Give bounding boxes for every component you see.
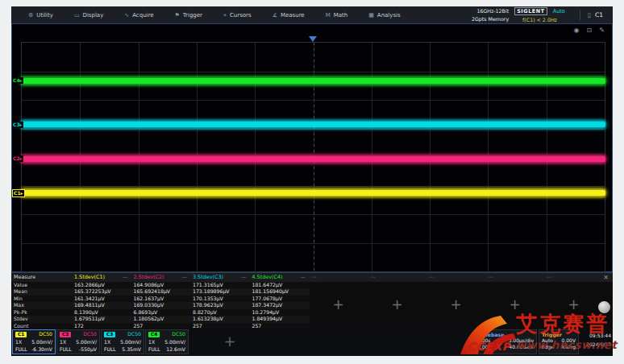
- measure-value: 10.2794µV: [252, 309, 280, 316]
- measure-slot-menu[interactable]: ⋯: [429, 273, 435, 282]
- divider: [580, 10, 580, 20]
- measure-value: 161.3421µV: [74, 296, 105, 302]
- trace-c1[interactable]: [21, 190, 605, 196]
- timebase-box[interactable]: Timebase 0.00s 5.00µs/div 2.00Mpts 40.0G…: [474, 329, 537, 354]
- menu-item-label: Acquire: [132, 12, 153, 19]
- channel-box-row: 1X5.00mV/: [148, 340, 185, 345]
- menu-item-label: Trigger: [183, 12, 202, 19]
- channel-offset-marker-c1[interactable]: C1▸: [12, 189, 25, 197]
- measure-corner-label: Measure: [14, 273, 35, 282]
- timebase-title: Timebase: [477, 332, 534, 337]
- channel-box-c3[interactable]: C3DC501X5.00mV/FULL5.35mV: [101, 329, 144, 354]
- add-measurement-button[interactable]: +: [544, 298, 603, 312]
- measure-value: 163.2866µV: [74, 282, 105, 288]
- channel-offset: 12.6mV: [166, 347, 185, 352]
- channel-offset-marker-c4[interactable]: C4▸: [12, 77, 23, 84]
- camera-icon[interactable]: ◉: [574, 27, 580, 34]
- menu-item-label: Display: [83, 12, 104, 19]
- measure-value: 169.4811µV: [74, 302, 105, 308]
- close-measure-button[interactable]: ×: [602, 274, 609, 281]
- expand-icon[interactable]: ⊡: [587, 27, 593, 34]
- menu-item-analysis[interactable]: ▦Analysis: [358, 6, 410, 23]
- menu-item-measure[interactable]: ∡Measure: [262, 6, 315, 23]
- channel-offset-marker-c2[interactable]: C2▸: [12, 155, 23, 162]
- add-measurement-button[interactable]: +: [368, 298, 426, 312]
- measure-column-header[interactable]: 1.Stdev(C1): [74, 273, 105, 282]
- channel-box-c4[interactable]: C4DC501X5.00mV/FULL12.6mV: [145, 329, 189, 354]
- remove-measure-icon[interactable]: —: [182, 273, 187, 282]
- measure-value: 181.6472µV: [252, 282, 283, 288]
- measure-row: Mean165.372253µV165.692418µV173.189896µV…: [11, 288, 310, 295]
- channel-offset: -6.30mV: [31, 347, 52, 352]
- channel-box-row: FULL-550µV: [60, 347, 97, 352]
- channel-scale: 5.00mV/: [120, 340, 141, 345]
- measure-row-label: Max: [14, 302, 24, 308]
- annotate-icon[interactable]: ✎: [599, 27, 605, 34]
- display-icon: ▭: [74, 12, 80, 19]
- trace-c4[interactable]: [21, 78, 605, 84]
- menu-item-label: Measure: [281, 12, 305, 19]
- channel-attenuation: 1X: [15, 340, 22, 345]
- measure-value: 8.1390µV: [74, 309, 98, 316]
- measure-value: 171.3165µV: [193, 282, 223, 288]
- measure-row-label: Pk-Pk: [14, 309, 27, 316]
- display-toolbar: ◉⊡✎: [574, 27, 605, 34]
- measure-value: 1.180562µV: [134, 316, 164, 322]
- menu-item-acquire[interactable]: ∿Acquire: [114, 6, 164, 23]
- menu-item-display[interactable]: ▭Display: [64, 6, 114, 23]
- measure-column-header[interactable]: 4.Stdev(C4): [252, 273, 283, 282]
- acquisition-line2: 2Gpts Memory: [472, 15, 509, 23]
- trigger-box[interactable]: Trigger Auto 0.00V Edge Rising: [539, 329, 579, 354]
- channel-bandwidth: FULL: [60, 347, 72, 352]
- add-channel-button[interactable]: +: [219, 333, 240, 350]
- channel-box-row: 1X5.00mV/: [60, 340, 97, 345]
- menu-item-trigger[interactable]: ⚑Trigger: [164, 6, 213, 23]
- trace-c3[interactable]: [21, 122, 605, 127]
- menu-item-cursors[interactable]: ⌖Cursors: [213, 6, 262, 23]
- measure-value: 8.8270µV: [193, 309, 217, 316]
- measure-panel: Measure1.Stdev(C1)—2.Stdev(C2)—3.Stdev(C…: [11, 272, 613, 329]
- measure-row-label: Mean: [14, 288, 27, 295]
- channel-coupling: DC50: [127, 332, 141, 337]
- menu-item-math[interactable]: MMath: [315, 6, 359, 23]
- channel-bandwidth: FULL: [148, 347, 160, 352]
- add-measurement-button[interactable]: +: [485, 298, 544, 312]
- active-source-label[interactable]: C1: [595, 11, 603, 19]
- trace-c2[interactable]: [21, 156, 605, 162]
- gridline-horizontal: [22, 243, 605, 244]
- siglent-logo: SIGLENT: [514, 7, 547, 15]
- channel-scale: 5.00mV/: [164, 340, 185, 345]
- measure-value: 170.1353µV: [193, 296, 223, 302]
- measure-column-header[interactable]: 3.Stdev(C3): [193, 273, 223, 282]
- menu-item-label: Analysis: [377, 12, 401, 19]
- clock-time: 09:53:44: [580, 332, 611, 341]
- add-measurement-button[interactable]: +: [426, 298, 485, 312]
- channel-box-c1[interactable]: C1DC501X5.00mV/FULL-6.30mV: [12, 329, 56, 354]
- remove-measure-icon[interactable]: —: [123, 273, 127, 282]
- channel-coupling: DC50: [39, 332, 52, 337]
- add-measurement-button[interactable]: +: [309, 298, 368, 312]
- measure-value: 164.9086µV: [134, 282, 164, 288]
- remove-measure-icon[interactable]: —: [301, 273, 306, 282]
- remove-measure-icon[interactable]: —: [241, 273, 246, 282]
- waveform-display[interactable]: ◉⊡✎ C4▸C3▸C2▸C1▸: [11, 23, 613, 272]
- trigger-position-marker[interactable]: [309, 36, 317, 42]
- clock-date: 2024/9/23: [580, 341, 611, 350]
- acquisition-line1: 16GHz-12Bit: [472, 7, 509, 15]
- channel-offset-marker-c3[interactable]: C3▸: [12, 122, 23, 128]
- measure-slot-menu[interactable]: ⋯: [488, 273, 493, 282]
- channel-box-c2[interactable]: C2DC501X5.00mV/FULL-550µV: [56, 329, 100, 354]
- gridline-horizontal: [22, 72, 605, 72]
- measure-slot-menu[interactable]: ⋯: [311, 273, 317, 282]
- measure-row-label: Min: [14, 296, 23, 302]
- menu-item-utility[interactable]: ⚙Utility: [18, 6, 64, 23]
- trigger-flag-icon: ⚑: [175, 12, 180, 19]
- measure-value: 165.372253µV: [74, 288, 111, 295]
- measure-value: 1.613238µV: [193, 316, 223, 322]
- measure-value: 165.692418µV: [134, 288, 171, 295]
- trigger-status-badge[interactable]: Auto: [553, 8, 565, 14]
- measure-column-header[interactable]: 2.Stdev(C2): [134, 273, 164, 282]
- measure-value: 173.189896µV: [193, 288, 230, 295]
- measure-slot-menu[interactable]: ⋯: [370, 273, 376, 282]
- measure-slot-menu[interactable]: ⋯: [547, 273, 552, 282]
